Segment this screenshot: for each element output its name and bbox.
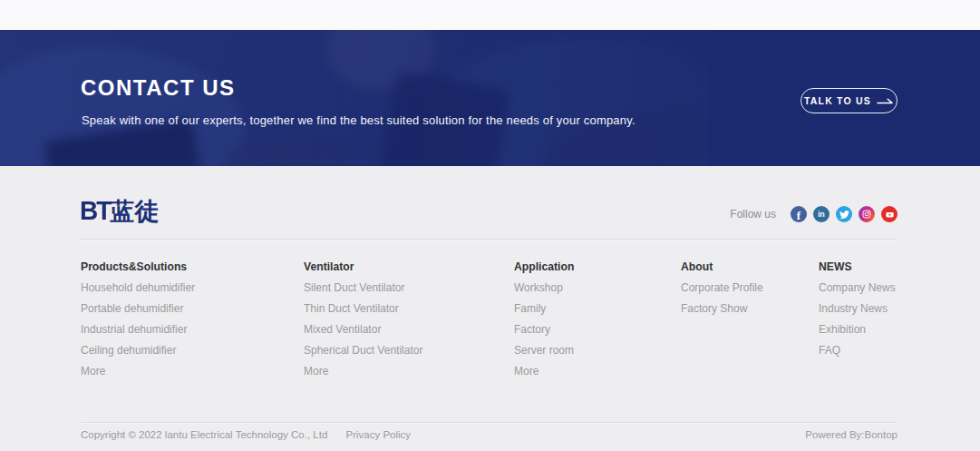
footer-column: NEWSCompany NewsIndustry NewsExhibitionF… <box>819 260 896 366</box>
youtube-icon[interactable] <box>881 206 898 222</box>
talk-to-us-button[interactable]: TALK TO US <box>800 88 898 113</box>
footer-link[interactable]: Workshop <box>514 282 574 293</box>
footer-link[interactable]: Industry News <box>819 303 896 314</box>
footer-link[interactable]: Exhibition <box>819 324 896 335</box>
footer-column: Products&SolutionsHousehold dehumidifier… <box>81 260 195 387</box>
footer-link[interactable]: Silent Duct Ventilator <box>304 282 422 293</box>
page: CONTACT US Speak with one of our experts… <box>0 0 980 451</box>
footer-link[interactable]: Portable dehumidifier <box>81 303 195 314</box>
twitter-bird-glyph <box>839 210 849 220</box>
footer-link[interactable]: FAQ <box>819 345 896 356</box>
footer-link[interactable]: Factory Show <box>681 303 763 314</box>
follow-us-label: Follow us <box>730 208 776 221</box>
linkedin-glyph: in <box>818 210 825 219</box>
footer-link[interactable]: Family <box>514 303 574 314</box>
footer-link[interactable]: Mixed Ventilator <box>304 324 422 335</box>
footer-link[interactable]: Company News <box>819 282 896 293</box>
footer-link-columns: Products&SolutionsHousehold dehumidifier… <box>81 260 898 406</box>
footer-link[interactable]: More <box>514 366 574 377</box>
footer-link[interactable]: Corporate Profile <box>681 282 763 293</box>
instagram-icon[interactable] <box>859 206 875 222</box>
logo-mark: BT <box>80 196 110 227</box>
facebook-glyph: f <box>797 209 800 223</box>
footer-column: ApplicationWorkshopFamilyFactoryServer r… <box>514 260 574 387</box>
footer-column-title: Ventilator <box>304 260 422 273</box>
facebook-icon[interactable]: f <box>791 206 807 222</box>
linkedin-icon[interactable]: in <box>813 206 830 222</box>
divider-top <box>81 239 898 240</box>
legal-row: Copyright © 2022 lantu Electrical Techno… <box>81 429 898 440</box>
logo-text: 蓝徒 <box>110 195 159 228</box>
footer-link[interactable]: Household dehumidifier <box>81 282 195 293</box>
divider-bottom <box>81 422 898 423</box>
powered-by-text: Powered By:Bontop <box>805 429 898 440</box>
footer-link[interactable]: Ceiling dehumidifier <box>81 345 195 356</box>
footer-column: AboutCorporate ProfileFactory Show <box>681 260 763 324</box>
footer-column-title: Application <box>514 260 574 273</box>
footer-column-title: Products&Solutions <box>81 260 195 273</box>
footer-column-title: About <box>681 260 763 273</box>
footer-column: VentilatorSilent Duct VentilatorThin Duc… <box>304 260 422 387</box>
footer-link[interactable]: Spherical Duct Ventilator <box>304 345 422 356</box>
contact-banner: CONTACT US Speak with one of our experts… <box>0 30 980 166</box>
company-logo[interactable]: BT 蓝徒 <box>80 195 159 228</box>
footer-link[interactable]: Factory <box>514 324 574 335</box>
twitter-icon[interactable] <box>836 206 852 222</box>
privacy-policy-link[interactable]: Privacy Policy <box>345 429 411 440</box>
footer-link[interactable]: Industrial dehumidifier <box>81 324 195 335</box>
arrow-right-icon <box>877 97 894 105</box>
footer-link[interactable]: Server room <box>514 345 574 356</box>
copyright-text: Copyright © 2022 lantu Electrical Techno… <box>81 429 327 440</box>
contact-subtitle: Speak with one of our experts, together … <box>82 113 636 127</box>
top-strip <box>0 0 980 30</box>
footer: BT 蓝徒 Follow us f in <box>0 166 980 451</box>
youtube-play-glyph <box>885 210 895 220</box>
footer-link[interactable]: More <box>81 366 195 377</box>
social-bar: Follow us f in <box>730 206 898 222</box>
footer-link[interactable]: More <box>304 366 422 377</box>
footer-link[interactable]: Thin Duct Ventilator <box>304 303 422 314</box>
talk-to-us-label: TALK TO US <box>804 95 871 106</box>
footer-column-title: NEWS <box>819 260 896 273</box>
instagram-camera-glyph <box>862 210 871 219</box>
contact-title: CONTACT US <box>81 75 236 101</box>
